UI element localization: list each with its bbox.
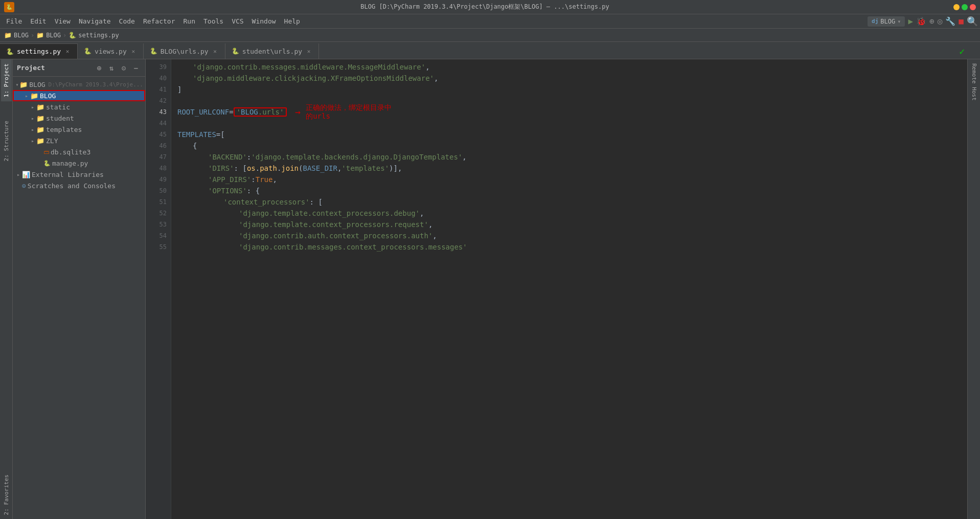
breadcrumb-item-3[interactable]: settings.py xyxy=(78,32,119,39)
code-editor[interactable]: 'django.contrib.messages.middleware.Mess… xyxy=(171,59,967,519)
tree-item-external-libs[interactable]: ▸ 📊 External Libraries xyxy=(13,169,145,180)
sidebar-toolbar: ⊕ ⇅ ⚙ − xyxy=(94,63,141,73)
code-line-44 xyxy=(177,118,967,129)
tree-expand-ext-libs[interactable]: ▸ xyxy=(15,171,22,178)
menu-view[interactable]: View xyxy=(51,15,75,27)
code-line-46: { xyxy=(177,140,967,151)
sidebar-settings-btn[interactable]: ⚙ xyxy=(119,63,129,73)
menu-navigate[interactable]: Navigate xyxy=(75,15,115,27)
window-controls[interactable] xyxy=(953,4,976,10)
menu-code[interactable]: Code xyxy=(115,15,139,27)
main-layout: 1: Project 2: Structure 2: Favorites Pro… xyxy=(0,59,980,519)
tab-settings[interactable]: 🐍 settings.py ✕ xyxy=(0,43,78,59)
tab-bar: 🐍 settings.py ✕ 🐍 views.py ✕ 🐍 BLOG\urls… xyxy=(0,42,980,59)
breadcrumb-item-1[interactable]: BLOG xyxy=(14,32,29,39)
toolbar-buttons: ▶ 🐞 ⊕ ◎ 🔧 ■ 🔍 xyxy=(908,16,978,27)
left-tab-structure[interactable]: 2: Structure xyxy=(1,117,12,165)
sidebar-add-btn[interactable]: ⊕ xyxy=(94,63,104,73)
menu-refactor[interactable]: Refactor xyxy=(139,15,179,27)
run-button[interactable]: ▶ xyxy=(908,16,913,26)
tree-expand-templates[interactable]: ▸ xyxy=(29,126,36,133)
tree-expand-static[interactable]: ▸ xyxy=(29,103,36,110)
tab-close-student-urls[interactable]: ✕ xyxy=(305,48,312,55)
project-label: Project xyxy=(17,64,45,72)
tree-expand-student[interactable]: ▸ xyxy=(29,115,36,122)
menu-edit[interactable]: Edit xyxy=(26,15,50,27)
tab-student-urls[interactable]: 🐍 student\urls.py ✕ xyxy=(225,43,319,59)
tab-views[interactable]: 🐍 views.py ✕ xyxy=(78,43,144,59)
folder-icon-zly: 📁 xyxy=(36,137,44,145)
folder-icon-2: 📁 xyxy=(36,32,44,39)
sidebar-sync-btn[interactable]: ⇅ xyxy=(106,63,117,73)
debug-button[interactable]: 🐞 xyxy=(916,16,926,26)
maximize-button[interactable] xyxy=(962,4,968,10)
code-line-49: 'APP_DIRS' : True , xyxy=(177,174,967,185)
tree-item-student[interactable]: ▸ 📁 student xyxy=(13,112,145,124)
tree-item-templates[interactable]: ▸ 📁 templates xyxy=(13,124,145,135)
title-bar: 🐍 BLOG [D:\PyCharm 2019.3.4\Project\Djan… xyxy=(0,0,980,14)
tree-expand-zly[interactable]: ▸ xyxy=(29,137,36,144)
left-tabs: 1: Project 2: Structure 2: Favorites xyxy=(0,59,13,519)
folder-icon-static: 📁 xyxy=(36,103,44,111)
sidebar-header: Project ⊕ ⇅ ⚙ − xyxy=(13,59,145,77)
tree-item-scratches[interactable]: ▸ ⊙ Scratches and Consoles xyxy=(13,180,145,191)
code-line-45: ⊟ TEMPLATES = [ xyxy=(177,129,967,140)
code-line-40: 'django.middleware.clickjacking.XFrameOp… xyxy=(177,73,967,84)
tab-close-views[interactable]: ✕ xyxy=(130,48,137,55)
stop-button[interactable]: ■ xyxy=(959,16,964,26)
left-tab-favorites[interactable]: 2: Favorites xyxy=(1,470,12,519)
tree-item-blog-root[interactable]: ▾ 📁 BLOG D:\PyCharm 2019.3.4\Proje... xyxy=(13,79,145,90)
menu-window[interactable]: Window xyxy=(248,15,280,27)
tree-item-static[interactable]: ▸ 📁 static xyxy=(13,101,145,112)
py-icon-2: 🐍 xyxy=(84,48,92,55)
menu-help[interactable]: Help xyxy=(280,15,304,27)
app-icon: 🐍 xyxy=(4,2,14,12)
sidebar-collapse-btn[interactable]: − xyxy=(131,63,141,73)
title-bar-text: BLOG [D:\PyCharm 2019.3.4\Project\Django… xyxy=(16,3,953,11)
tree-item-db[interactable]: ▸ 🗃 db.sqlite3 xyxy=(13,146,145,157)
menu-tools[interactable]: Tools xyxy=(199,15,227,27)
editor-content[interactable]: 39 40 41 42 43 44 45 46 47 48 49 50 51 5… xyxy=(146,59,967,519)
menu-run[interactable]: Run xyxy=(179,15,199,27)
close-button[interactable] xyxy=(970,4,976,10)
editor-area: 39 40 41 42 43 44 45 46 47 48 49 50 51 5… xyxy=(146,59,967,519)
code-line-39: 'django.contrib.messages.middleware.Mess… xyxy=(177,61,967,73)
build-button[interactable]: 🔧 xyxy=(945,16,955,26)
tree-item-blog-dir[interactable]: ▸ 📁 BLOG → 根目录 xyxy=(13,90,145,101)
coverage-button[interactable]: ⊕ xyxy=(929,16,935,26)
tab-blog-urls[interactable]: 🐍 BLOG\urls.py ✕ xyxy=(144,43,225,59)
profile-button[interactable]: ◎ xyxy=(938,16,943,26)
tree-expand-blog-dir[interactable]: ▸ xyxy=(23,92,30,99)
right-tab-remote-host[interactable]: Remote Host xyxy=(969,59,979,105)
code-line-48: 'DIRS' : [ os . path . join ( BASE_DIR ,… xyxy=(177,163,967,174)
run-config-selector[interactable]: dj BLOG ▾ xyxy=(868,16,905,27)
red-box-urlconf: ' BLOG . urls ' xyxy=(234,107,287,117)
menu-vcs[interactable]: VCS xyxy=(227,15,247,27)
py-icon-3: 🐍 xyxy=(150,48,157,55)
left-tab-project[interactable]: 1: Project xyxy=(1,59,12,101)
tab-close-blog-urls[interactable]: ✕ xyxy=(212,48,219,55)
py-file-icon-manage: 🐍 xyxy=(43,160,51,167)
tree-item-zly[interactable]: ▸ 📁 ZLY xyxy=(13,135,145,146)
breadcrumb-item-2[interactable]: BLOG xyxy=(46,32,61,39)
line-numbers: 39 40 41 42 43 44 45 46 47 48 49 50 51 5… xyxy=(146,59,171,519)
menu-bar: File Edit View Navigate Code Refactor Ru… xyxy=(0,14,980,29)
libs-icon: 📊 xyxy=(22,171,30,178)
folder-icon-blog-dir: 📁 xyxy=(30,92,38,100)
menu-file[interactable]: File xyxy=(2,15,26,27)
tree-expand-blog-root[interactable]: ▾ xyxy=(15,81,19,88)
tree-item-manage[interactable]: ▸ 🐍 manage.py xyxy=(13,157,145,169)
tab-close-settings[interactable]: ✕ xyxy=(64,48,71,55)
minimize-button[interactable] xyxy=(953,4,960,10)
code-line-50: ⊟ 'OPTIONS' : { xyxy=(177,185,967,196)
sidebar: Project ⊕ ⇅ ⚙ − ▾ 📁 BLOG D:\PyCharm 2019… xyxy=(13,59,146,519)
search-button[interactable]: 🔍 xyxy=(967,16,978,27)
code-line-47: 'BACKEND' : 'django.template.backends.dj… xyxy=(177,151,967,163)
code-line-42 xyxy=(177,95,967,106)
folder-icon-blog-root: 📁 xyxy=(19,81,28,88)
menu-right-area: dj BLOG ▾ ▶ 🐞 ⊕ ◎ 🔧 ■ 🔍 xyxy=(868,16,978,27)
py-icon: 🐍 xyxy=(6,48,14,55)
code-line-55: 'django.contrib.messages.context_process… xyxy=(177,241,967,253)
folder-icon: 📁 xyxy=(4,32,12,39)
breadcrumb: 📁 BLOG › 📁 BLOG › 🐍 settings.py xyxy=(0,29,980,42)
